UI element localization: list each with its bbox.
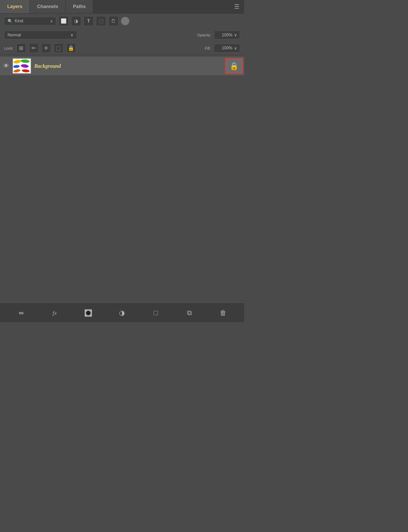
filter-shape-button[interactable]: ⬚: [96, 16, 106, 26]
add-layer-style-button[interactable]: fx: [49, 307, 61, 319]
fill-label: Fill:: [205, 46, 211, 50]
opacity-input[interactable]: 100% ∨: [214, 31, 240, 39]
blend-row: Normal ∨ Opacity: 100% ∨: [0, 29, 244, 41]
kind-dropdown[interactable]: 🔍 Kind ∨: [4, 17, 56, 25]
opacity-chevron-icon: ∨: [234, 32, 237, 37]
layer-visibility-toggle[interactable]: 👁: [0, 63, 12, 69]
eye-icon: 👁: [3, 63, 9, 69]
lock-icon: 🔒: [230, 62, 239, 70]
blend-chevron-icon: ∨: [70, 32, 73, 37]
filter-row: 🔍 Kind ∨ ⬜ ◑ T ⬚ 🗒: [0, 14, 244, 29]
filter-toggle[interactable]: [121, 17, 129, 25]
add-layer-mask-button[interactable]: [83, 307, 94, 319]
lock-artboard-button[interactable]: ⬚: [54, 43, 63, 53]
tab-bar: Layers Channels Paths ☰: [0, 0, 244, 14]
layer-lock-icon[interactable]: 🔒: [225, 58, 243, 74]
lock-pixels-icon: ⊞: [19, 45, 23, 51]
pixel-layer-icon: ⬜: [61, 18, 66, 24]
delete-layer-button[interactable]: 🗑: [217, 307, 229, 319]
circle-half-icon: ◑: [119, 309, 125, 317]
tab-channels[interactable]: Channels: [30, 0, 66, 13]
filter-adjustment-button[interactable]: ◑: [71, 16, 81, 26]
chevron-down-icon: ∨: [50, 19, 53, 23]
panel-menu-button[interactable]: ☰: [230, 0, 244, 13]
new-group-button[interactable]: □: [150, 307, 162, 319]
fx-icon: fx: [53, 310, 57, 316]
mask-icon: [85, 309, 92, 317]
type-icon: T: [87, 18, 90, 24]
blend-mode-dropdown[interactable]: Normal ∨: [4, 31, 77, 39]
layers-list: 👁: [0, 55, 244, 303]
lock-label: Lock:: [4, 46, 14, 50]
artboard-icon: ⬚: [56, 45, 61, 51]
blend-mode-label: Normal: [8, 33, 70, 37]
opacity-label: Opacity:: [197, 33, 211, 37]
fill-chevron-icon: ∨: [234, 46, 237, 51]
kind-label: Kind: [15, 19, 48, 23]
opacity-value: 100%: [217, 33, 232, 37]
new-layer-icon: ⧉: [187, 309, 192, 317]
search-icon: 🔍: [8, 19, 13, 24]
paintbrush-icon: ✏: [31, 45, 36, 51]
fill-input[interactable]: 100% ∨: [214, 44, 240, 52]
layer-thumbnail: [12, 58, 31, 74]
new-fill-adjustment-button[interactable]: ◑: [116, 307, 128, 319]
lock-row: Lock: ⊞ ✏ ✛ ⬚ 🔒 Fill: 100% ∨: [0, 41, 244, 55]
filter-smart-button[interactable]: 🗒: [109, 16, 118, 26]
link-layers-button[interactable]: ∞: [15, 307, 27, 319]
layer-row[interactable]: 👁: [0, 57, 244, 75]
filter-pixel-button[interactable]: ⬜: [59, 16, 69, 26]
folder-icon: □: [154, 309, 158, 317]
tab-layers[interactable]: Layers: [0, 0, 30, 13]
layer-name: Background: [34, 63, 225, 69]
bottom-toolbar: ∞ fx ◑ □ ⧉ 🗑: [0, 303, 244, 322]
lock-paint-button[interactable]: ✏: [29, 43, 38, 53]
hamburger-icon: ☰: [234, 3, 239, 10]
trash-icon: 🗑: [220, 309, 226, 317]
link-icon: ∞: [19, 309, 23, 317]
tab-paths[interactable]: Paths: [66, 0, 93, 13]
lock-move-button[interactable]: ✛: [42, 43, 51, 53]
create-new-layer-button[interactable]: ⧉: [184, 307, 195, 319]
layer-thumbnail-svg: [13, 59, 31, 73]
lock-all-button[interactable]: 🔒: [66, 43, 76, 53]
shape-icon: ⬚: [99, 18, 103, 24]
smart-object-icon: 🗒: [111, 18, 116, 24]
fill-value: 100%: [217, 46, 232, 50]
adjustment-icon: ◑: [74, 18, 78, 24]
filter-type-button[interactable]: T: [84, 16, 93, 26]
move-icon: ✛: [44, 45, 48, 51]
layers-panel: Layers Channels Paths ☰ 🔍 Kind ∨ ⬜ ◑ T ⬚: [0, 0, 244, 322]
lock-all-icon: 🔒: [68, 45, 74, 51]
lock-pixels-button[interactable]: ⊞: [17, 43, 26, 53]
